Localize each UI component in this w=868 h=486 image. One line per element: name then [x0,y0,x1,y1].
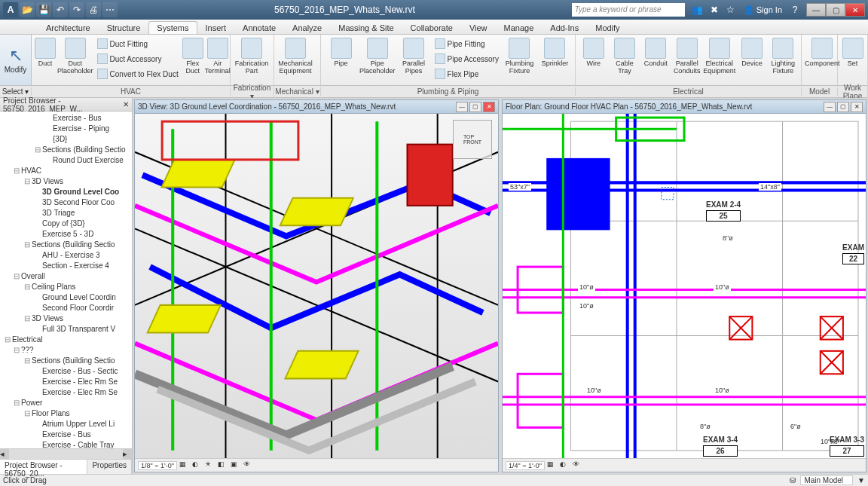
tab-systems[interactable]: Systems [148,21,197,34]
tree-node[interactable]: Second Floor Coordir [0,303,132,313]
tree-node[interactable]: Exercise - Piping [0,124,132,134]
tree-node[interactable]: Section - Exercise 4 [0,261,132,271]
view2-max-icon[interactable]: ▢ [837,102,849,112]
sun-icon[interactable]: ☀ [205,460,215,471]
tree-node[interactable]: Copy of {3D} [0,219,132,229]
close-button[interactable]: ✕ [845,3,865,17]
tree-node[interactable]: Exercise - Cable Tray [0,440,132,448]
tree-node[interactable]: Exercise - Elec Rm Se [0,377,132,387]
tree-node[interactable]: ⊟Sections (Building Sectio [0,240,132,250]
detail-icon[interactable]: ▦ [179,460,190,471]
help-icon[interactable]: ? [788,3,802,17]
ribbon-convert-to-flex-duct-button[interactable]: Convert to Flex Duct [95,66,181,81]
hide-icon[interactable]: 👁 [573,460,583,471]
filter-icon[interactable]: ▼ [857,476,865,484]
tree-node[interactable]: 3D Triage [0,208,132,219]
subscription-icon[interactable]: 👥 [691,3,704,17]
redo-icon[interactable]: ↷ [69,2,84,17]
favorite-icon[interactable]: ☆ [724,3,738,17]
ribbon-duct-fitting-button[interactable]: Duct Fitting [95,36,181,51]
tree-node[interactable]: 3D Second Floor Coo [0,197,132,208]
tree-node[interactable]: Exercise - Bus [0,113,132,124]
tab-annotate[interactable]: Annotate [234,21,284,34]
tab-analyze[interactable]: Analyze [284,21,330,34]
select-dropdown[interactable]: Select ▾ [0,87,32,96]
tree-node[interactable]: ⊟HVAC [0,166,132,176]
maximize-button[interactable]: ▢ [826,3,845,17]
ribbon-duct-button[interactable]: Duct [35,36,56,85]
browser-tab-properties[interactable]: Properties [87,460,132,474]
qat-btn[interactable]: ⋯ [102,2,118,17]
tree-node[interactable]: ⊟Floor Plans [0,408,132,419]
tab-collaborate[interactable]: Collaborate [402,21,461,34]
browser-close-icon[interactable]: ✕ [123,100,129,109]
tree-node[interactable]: Exercise - Bus [0,429,132,440]
tab-modify[interactable]: Modify [587,21,628,34]
tree-node[interactable]: ⊟3D Views [0,313,132,324]
workset-combo[interactable]: Main Model [800,475,853,485]
tab-insert[interactable]: Insert [197,21,235,34]
tree-node[interactable]: ⊟Overall [0,271,132,282]
detail-icon[interactable]: ▦ [547,460,558,471]
ribbon-duct-accessory-button[interactable]: Duct Accessory [95,51,181,66]
tab-view[interactable]: View [461,21,496,34]
print-icon[interactable]: 🖨 [86,2,101,17]
tree-node[interactable]: ⊟Sections (Building Sectio [0,145,132,155]
scale-2d[interactable]: 1/4" = 1'-0" [506,461,545,470]
ribbon-electrical-equipment-button[interactable]: ElectricalEquipment [703,36,735,85]
ribbon-duct-placeholder-button[interactable]: DuctPlaceholder [57,36,93,85]
ribbon-mechanical-equipment-button[interactable]: MechanicalEquipment [277,36,313,85]
save-icon[interactable]: 💾 [36,2,51,17]
view-3d-canvas[interactable]: TOPFRONT [135,114,498,458]
ribbon-conduit-button[interactable]: Conduit [641,36,671,85]
minimize-button[interactable]: — [806,3,826,17]
view-max-icon[interactable]: ▢ [469,102,481,112]
crop-icon[interactable]: ▣ [231,460,241,471]
ribbon-component-button[interactable]: Component [805,36,840,85]
tab-add-ins[interactable]: Add-Ins [542,21,587,34]
open-icon[interactable]: 📂 [20,2,35,17]
ribbon-flex-duct-button[interactable]: FlexDuct [182,36,203,85]
ribbon-wire-button[interactable]: Wire [579,36,608,85]
tree-node[interactable]: ⊟Sections (Building Sectio [0,356,132,366]
view-min-icon[interactable]: — [456,102,468,112]
viewcube[interactable]: TOPFRONT [453,120,492,159]
ribbon-device-button[interactable]: Device [737,36,766,85]
tree-node[interactable]: Full 3D Transparent V [0,324,132,335]
tree-node[interactable]: ⊟Electrical [0,335,132,345]
tree-node[interactable]: ⊟??? [0,345,132,356]
signin-button[interactable]: 👤 Sign In [741,5,785,15]
tree-node[interactable]: Ground Level Coordin [0,292,132,303]
ribbon-set-button[interactable]: Set [841,36,864,85]
visual-style-icon[interactable]: ◐ [560,460,570,471]
ribbon-pipe-fitting-button[interactable]: Pipe Fitting [432,36,501,51]
search-input[interactable]: Type a keyword or phrase [572,3,685,17]
tree-node[interactable]: ⊟3D Views [0,176,132,187]
tree-node[interactable]: 3D Ground Level Coo [0,187,132,197]
ribbon-parallel-conduits-button[interactable]: ParallelConduits [672,36,701,85]
view-2d-canvas[interactable]: 53"x7" 14"x8" 8"ø 10"ø 10"ø 10"ø 10"ø 10… [503,114,866,458]
browser-hscroll[interactable]: ◂▸ [0,448,132,459]
scale-3d[interactable]: 1/8" = 1'-0" [138,461,177,470]
ribbon-lighting-fixture-button[interactable]: LightingFixture [769,36,798,85]
tree-node[interactable]: ⊟Ceiling Plans [0,282,132,292]
ribbon-cable-tray-button[interactable]: CableTray [610,36,639,85]
tab-structure[interactable]: Structure [99,21,149,34]
exchange-icon[interactable]: ✖ [708,3,721,17]
ribbon-flex-pipe-button[interactable]: Flex Pipe [432,66,501,81]
modify-panel[interactable]: ↖ Modify [0,35,32,85]
tab-massing-site[interactable]: Massing & Site [330,21,402,34]
app-menu-button[interactable]: A [3,2,18,17]
tree-node[interactable]: Exercise - Elec Rm Se [0,387,132,398]
browser-tab-project[interactable]: Project Browser - 56750_20... [0,460,87,474]
tree-node[interactable]: {3D} [0,134,132,145]
workset-icon[interactable]: ⛁ [790,476,796,484]
ribbon-plumbing-fixture-button[interactable]: PlumbingFixture [503,36,536,85]
view-2d-titlebar[interactable]: Floor Plan: Ground Floor HVAC Plan - 567… [503,100,866,114]
view-3d-titlebar[interactable]: 3D View: 3D Ground Level Coordination - … [135,100,498,114]
browser-tree[interactable]: Exercise - BusExercise - Piping{3D}⊟Sect… [0,112,132,448]
tab-architecture[interactable]: Architecture [38,21,99,34]
undo-icon[interactable]: ↶ [53,2,68,17]
tree-node[interactable]: Atrium Upper Level Li [0,419,132,429]
tree-node[interactable]: Exercise - Bus - Sectic [0,366,132,377]
